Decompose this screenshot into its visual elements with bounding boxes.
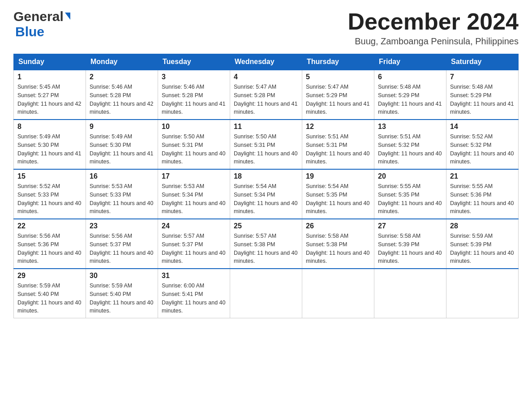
calendar-day-cell: 27 Sunrise: 5:58 AMSunset: 5:39 PMDaylig…: [374, 219, 446, 269]
calendar-title-area: December 2024 Buug, Zamboanga Peninsula,…: [348, 9, 519, 47]
day-number: 24: [162, 222, 226, 230]
calendar-day-cell: 4 Sunrise: 5:47 AMSunset: 5:28 PMDayligh…: [230, 70, 302, 120]
day-number: 2: [90, 73, 154, 81]
day-info: Sunrise: 5:52 AMSunset: 5:33 PMDaylight:…: [17, 182, 82, 216]
day-number: 20: [378, 172, 442, 180]
calendar-day-cell: [230, 269, 302, 318]
day-number: 15: [17, 172, 82, 180]
day-info: Sunrise: 5:46 AMSunset: 5:28 PMDaylight:…: [162, 83, 226, 116]
day-number: 14: [450, 123, 515, 131]
day-number: 4: [234, 73, 298, 81]
calendar-day-cell: 5 Sunrise: 5:47 AMSunset: 5:29 PMDayligh…: [302, 70, 374, 120]
calendar-day-cell: 7 Sunrise: 5:48 AMSunset: 5:29 PMDayligh…: [446, 70, 519, 120]
calendar-day-cell: 16 Sunrise: 5:53 AMSunset: 5:33 PMDaylig…: [86, 169, 158, 219]
day-info: Sunrise: 5:50 AMSunset: 5:31 PMDaylight:…: [234, 133, 298, 166]
day-info: Sunrise: 5:51 AMSunset: 5:31 PMDaylight:…: [306, 133, 370, 166]
day-info: Sunrise: 5:47 AMSunset: 5:29 PMDaylight:…: [306, 83, 370, 116]
calendar-day-cell: [446, 269, 519, 318]
day-info: Sunrise: 5:55 AMSunset: 5:35 PMDaylight:…: [378, 182, 442, 216]
day-info: Sunrise: 5:49 AMSunset: 5:30 PMDaylight:…: [90, 133, 154, 166]
calendar-day-cell: 9 Sunrise: 5:49 AMSunset: 5:30 PMDayligh…: [86, 120, 158, 169]
day-number: 29: [17, 272, 82, 280]
day-number: 5: [306, 73, 370, 81]
logo-blue-text: Blue: [15, 24, 44, 39]
week-row-2: 8 Sunrise: 5:49 AMSunset: 5:30 PMDayligh…: [14, 120, 519, 169]
day-info: Sunrise: 5:54 AMSunset: 5:35 PMDaylight:…: [306, 182, 370, 216]
location-subtitle: Buug, Zamboanga Peninsula, Philippines: [348, 36, 519, 47]
calendar-day-cell: 19 Sunrise: 5:54 AMSunset: 5:35 PMDaylig…: [302, 169, 374, 219]
day-number: 13: [378, 123, 442, 131]
week-row-1: 1 Sunrise: 5:45 AMSunset: 5:27 PMDayligh…: [14, 70, 519, 120]
calendar-day-cell: 18 Sunrise: 5:54 AMSunset: 5:34 PMDaylig…: [230, 169, 302, 219]
day-number: 21: [450, 172, 515, 180]
calendar-day-cell: 14 Sunrise: 5:52 AMSunset: 5:32 PMDaylig…: [446, 120, 519, 169]
calendar-day-cell: 20 Sunrise: 5:55 AMSunset: 5:35 PMDaylig…: [374, 169, 446, 219]
day-number: 30: [90, 272, 154, 280]
day-number: 16: [90, 172, 154, 180]
calendar-day-cell: 30 Sunrise: 5:59 AMSunset: 5:40 PMDaylig…: [86, 269, 158, 318]
day-info: Sunrise: 5:58 AMSunset: 5:38 PMDaylight:…: [306, 232, 370, 265]
calendar-day-cell: [374, 269, 446, 318]
calendar-day-cell: 24 Sunrise: 5:57 AMSunset: 5:37 PMDaylig…: [158, 219, 230, 269]
day-info: Sunrise: 5:53 AMSunset: 5:34 PMDaylight:…: [162, 182, 226, 216]
day-info: Sunrise: 5:51 AMSunset: 5:32 PMDaylight:…: [378, 133, 442, 166]
day-number: 28: [450, 222, 515, 230]
day-number: 3: [162, 73, 226, 81]
calendar-day-cell: 29 Sunrise: 5:59 AMSunset: 5:40 PMDaylig…: [14, 269, 86, 318]
day-number: 31: [162, 272, 226, 280]
calendar-day-cell: 26 Sunrise: 5:58 AMSunset: 5:38 PMDaylig…: [302, 219, 374, 269]
day-info: Sunrise: 5:48 AMSunset: 5:29 PMDaylight:…: [378, 83, 442, 116]
day-number: 8: [17, 123, 82, 131]
day-info: Sunrise: 5:45 AMSunset: 5:27 PMDaylight:…: [17, 83, 82, 116]
logo-triangle-icon: [65, 13, 70, 20]
header-monday: Monday: [86, 54, 158, 70]
day-number: 27: [378, 222, 442, 230]
calendar-day-cell: 10 Sunrise: 5:50 AMSunset: 5:31 PMDaylig…: [158, 120, 230, 169]
day-info: Sunrise: 5:55 AMSunset: 5:36 PMDaylight:…: [450, 182, 515, 216]
calendar-day-cell: 2 Sunrise: 5:46 AMSunset: 5:28 PMDayligh…: [86, 70, 158, 120]
day-number: 12: [306, 123, 370, 131]
day-info: Sunrise: 5:57 AMSunset: 5:37 PMDaylight:…: [162, 232, 226, 265]
day-number: 23: [90, 222, 154, 230]
day-number: 22: [17, 222, 82, 230]
day-info: Sunrise: 5:57 AMSunset: 5:38 PMDaylight:…: [234, 232, 298, 265]
calendar-day-cell: 21 Sunrise: 5:55 AMSunset: 5:36 PMDaylig…: [446, 169, 519, 219]
calendar-day-cell: 15 Sunrise: 5:52 AMSunset: 5:33 PMDaylig…: [14, 169, 86, 219]
day-info: Sunrise: 5:59 AMSunset: 5:40 PMDaylight:…: [90, 282, 154, 315]
calendar-day-cell: 17 Sunrise: 5:53 AMSunset: 5:34 PMDaylig…: [158, 169, 230, 219]
day-number: 17: [162, 172, 226, 180]
day-number: 7: [450, 73, 515, 81]
day-number: 11: [234, 123, 298, 131]
day-number: 9: [90, 123, 154, 131]
calendar-day-cell: 28 Sunrise: 5:59 AMSunset: 5:39 PMDaylig…: [446, 219, 519, 269]
header-saturday: Saturday: [446, 54, 519, 70]
calendar-day-cell: [302, 269, 374, 318]
day-number: 18: [234, 172, 298, 180]
calendar-day-cell: 3 Sunrise: 5:46 AMSunset: 5:28 PMDayligh…: [158, 70, 230, 120]
logo-general-text: General: [13, 9, 64, 24]
header-thursday: Thursday: [302, 54, 374, 70]
calendar-day-cell: 23 Sunrise: 5:56 AMSunset: 5:37 PMDaylig…: [86, 219, 158, 269]
day-info: Sunrise: 5:50 AMSunset: 5:31 PMDaylight:…: [162, 133, 226, 166]
calendar-day-cell: 22 Sunrise: 5:56 AMSunset: 5:36 PMDaylig…: [14, 219, 86, 269]
month-title: December 2024: [348, 9, 519, 34]
day-info: Sunrise: 5:47 AMSunset: 5:28 PMDaylight:…: [234, 83, 298, 116]
calendar-day-cell: 6 Sunrise: 5:48 AMSunset: 5:29 PMDayligh…: [374, 70, 446, 120]
calendar-day-cell: 25 Sunrise: 5:57 AMSunset: 5:38 PMDaylig…: [230, 219, 302, 269]
day-info: Sunrise: 5:46 AMSunset: 5:28 PMDaylight:…: [90, 83, 154, 116]
day-info: Sunrise: 5:49 AMSunset: 5:30 PMDaylight:…: [17, 133, 82, 166]
header-sunday: Sunday: [14, 54, 86, 70]
day-info: Sunrise: 5:56 AMSunset: 5:37 PMDaylight:…: [90, 232, 154, 265]
day-info: Sunrise: 5:58 AMSunset: 5:39 PMDaylight:…: [378, 232, 442, 265]
header-tuesday: Tuesday: [158, 54, 230, 70]
week-row-4: 22 Sunrise: 5:56 AMSunset: 5:36 PMDaylig…: [14, 219, 519, 269]
header-wednesday: Wednesday: [230, 54, 302, 70]
header-friday: Friday: [374, 54, 446, 70]
calendar-day-cell: 1 Sunrise: 5:45 AMSunset: 5:27 PMDayligh…: [14, 70, 86, 120]
day-info: Sunrise: 5:56 AMSunset: 5:36 PMDaylight:…: [17, 232, 82, 265]
logo: General Blue: [13, 9, 70, 39]
day-info: Sunrise: 5:53 AMSunset: 5:33 PMDaylight:…: [90, 182, 154, 216]
page-header: General Blue December 2024 Buug, Zamboan…: [13, 9, 519, 47]
calendar-table: Sunday Monday Tuesday Wednesday Thursday…: [13, 54, 519, 318]
calendar-day-cell: 12 Sunrise: 5:51 AMSunset: 5:31 PMDaylig…: [302, 120, 374, 169]
